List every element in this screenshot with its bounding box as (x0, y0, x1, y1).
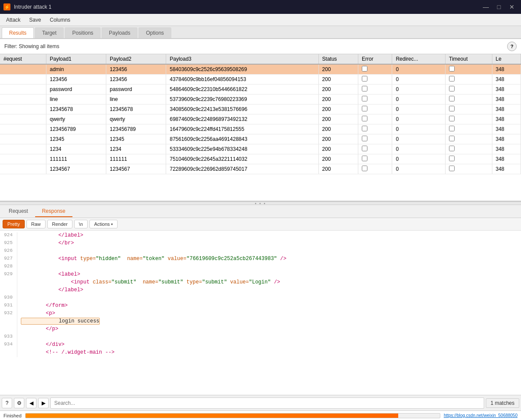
table-row[interactable]: 11111111111175104609c9c22645a32211140322… (0, 154, 521, 164)
table-cell-checkbox[interactable] (449, 166, 455, 171)
help-button[interactable]: ? (507, 42, 517, 51)
search-input[interactable] (50, 397, 484, 409)
table-cell-checkbox[interactable] (362, 146, 367, 151)
table-row[interactable]: 12345678912345678916479609c9c224ffd41758… (0, 124, 521, 134)
dropdown-arrow-icon: ▾ (111, 222, 113, 226)
table-cell: 348 (492, 85, 521, 94)
table-cell-checkbox[interactable] (362, 76, 367, 81)
line-number: 925 (0, 240, 17, 248)
table-cell (0, 104, 46, 114)
table-cell (0, 164, 46, 174)
code-line: 931 </form> (0, 303, 521, 310)
line-content: <input class="submit" name="submit" type… (17, 279, 521, 287)
btn-actions[interactable]: Actions ▾ (89, 220, 118, 228)
table-row[interactable]: qwertyqwerty69874609c9c22489689734921322… (0, 114, 521, 124)
btn-newline[interactable]: \n (74, 220, 88, 228)
minimize-button[interactable]: — (480, 3, 492, 11)
menu-save[interactable]: Save (25, 15, 45, 25)
table-cell-checkbox[interactable] (449, 66, 455, 72)
btn-render[interactable]: Render (47, 220, 72, 228)
table-row[interactable]: lineline53739609c9c2239c7698022336920003… (0, 94, 521, 104)
table-cell-checkbox[interactable] (449, 96, 455, 101)
col-request: #equest (0, 54, 46, 64)
maximize-button[interactable]: □ (493, 3, 505, 11)
table-row[interactable]: 123451234587561609c9c2256aa4691428843200… (0, 134, 521, 144)
code-line: 925 </br> (0, 240, 521, 248)
table-cell: 69874609c9c2248968973492132 (166, 114, 318, 124)
table-cell-checkbox[interactable] (362, 116, 367, 121)
subtab-request[interactable]: Request (2, 206, 35, 217)
window-controls: — □ ✕ (480, 3, 518, 11)
table-row[interactable]: passwordpassword54864609c9c22310b5446661… (0, 85, 521, 94)
table-cell (0, 144, 46, 154)
btn-raw[interactable]: Raw (26, 220, 46, 228)
code-editor[interactable]: 924 </label>925 </br>926927 <input type=… (0, 231, 521, 395)
table-cell-checkbox[interactable] (449, 116, 455, 121)
close-button[interactable]: ✕ (506, 3, 518, 11)
table-cell-checkbox[interactable] (449, 106, 455, 111)
table-cell: 123456 (106, 75, 166, 85)
table-row[interactable]: 1234123453334609c9c225e94b67833424820003… (0, 144, 521, 154)
progress-bar (25, 413, 440, 418)
tab-payloads[interactable]: Payloads (102, 27, 138, 38)
subtab-response[interactable]: Response (35, 206, 72, 217)
forward-button[interactable]: ▶ (38, 398, 49, 408)
table-cell: 72289609c9c226962d859745017 (166, 164, 318, 174)
tab-positions[interactable]: Positions (65, 27, 101, 38)
table-cell-checkbox[interactable] (362, 166, 367, 171)
col-payload1: Payload1 (46, 54, 106, 64)
table-cell-checkbox[interactable] (449, 126, 455, 131)
table-cell-checkbox[interactable] (362, 106, 367, 111)
tab-target[interactable]: Target (35, 27, 64, 38)
help-icon-button[interactable]: ? (2, 398, 12, 408)
table-cell-checkbox[interactable] (449, 136, 455, 141)
tab-options[interactable]: Options (138, 27, 171, 38)
code-line: <!-- /.widget-main --> (0, 349, 521, 357)
table-cell-checkbox[interactable] (362, 156, 367, 161)
table-cell: 200 (318, 64, 358, 75)
resize-handle[interactable]: • • • (0, 202, 521, 205)
results-table-container: #equest Payload1 Payload2 Payload3 Statu… (0, 54, 521, 202)
table-cell: 348 (492, 64, 521, 75)
menu-columns[interactable]: Columns (46, 15, 75, 25)
table-cell-checkbox[interactable] (362, 136, 367, 141)
table-cell-checkbox[interactable] (449, 86, 455, 91)
filter-bar: Filter: Showing all items ? (0, 39, 521, 54)
filter-text: Filter: Showing all items (4, 43, 59, 49)
table-cell: 0 (392, 75, 446, 85)
table-cell: 200 (318, 94, 358, 104)
table-cell: 54864609c9c22310b5446661822 (166, 85, 318, 94)
table-cell-checkbox[interactable] (449, 76, 455, 81)
menu-attack[interactable]: Attack (2, 15, 25, 25)
table-cell: 348 (492, 114, 521, 124)
code-line: <input class="submit" name="submit" type… (0, 279, 521, 287)
table-row[interactable]: 1234567123456772289609c9c226962d85974501… (0, 164, 521, 174)
table-row[interactable]: 123456781234567834085609c9c22413e5381576… (0, 104, 521, 114)
table-cell-checkbox[interactable] (362, 66, 367, 72)
table-cell: 0 (392, 94, 446, 104)
settings-icon-button[interactable]: ⚙ (14, 398, 24, 408)
code-line: 927 <input type="hidden" name="token" va… (0, 256, 521, 264)
btn-pretty[interactable]: Pretty (3, 220, 25, 228)
editor-toolbar: Pretty Raw Render \n Actions ▾ (0, 218, 521, 231)
back-button[interactable]: ◀ (26, 398, 36, 408)
table-cell-checkbox[interactable] (362, 86, 367, 91)
table-row[interactable]: 12345612345643784609c9bb16ef048560941532… (0, 75, 521, 85)
status-finished-label: Finished (3, 413, 22, 418)
line-number: 927 (0, 256, 17, 264)
table-cell: password (46, 85, 106, 94)
table-cell (0, 94, 46, 104)
table-cell: 200 (318, 124, 358, 134)
table-cell-checkbox[interactable] (362, 96, 367, 101)
main-tabbar: Results Target Positions Payloads Option… (0, 26, 521, 39)
table-cell: 1234 (106, 144, 166, 154)
tab-results[interactable]: Results (2, 27, 34, 38)
line-content: </div> (17, 342, 521, 349)
line-content: </p> (17, 326, 521, 334)
table-cell: admin (46, 64, 106, 75)
table-row[interactable]: admin12345658403609c9c2526c9563950826920… (0, 64, 521, 75)
table-cell-checkbox[interactable] (362, 126, 367, 131)
table-cell-checkbox[interactable] (449, 156, 455, 161)
table-cell-checkbox[interactable] (449, 146, 455, 151)
status-url[interactable]: https://blog.csdn.net/weixin_50688050 (444, 413, 518, 418)
